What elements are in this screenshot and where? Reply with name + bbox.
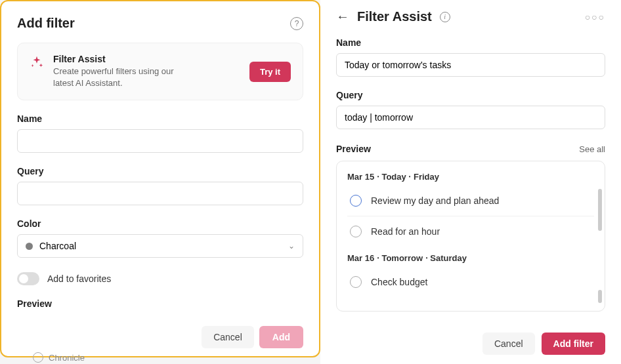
task-text: Check budget bbox=[371, 277, 427, 287]
favorites-toggle[interactable] bbox=[17, 272, 39, 285]
add-filter-dialog: Add filter ? Filter Assist Create powerf… bbox=[0, 0, 320, 357]
sparkle-icon bbox=[30, 55, 44, 70]
task-checkbox[interactable] bbox=[350, 195, 362, 207]
color-value: Charcoal bbox=[39, 241, 76, 251]
cancel-button[interactable]: Cancel bbox=[202, 326, 254, 348]
assist-title: Filter Assist bbox=[53, 54, 240, 64]
filter-assist-card: Filter Assist Create powerful filters us… bbox=[17, 43, 303, 100]
task-row[interactable]: Review my day and plan ahead bbox=[347, 186, 594, 216]
name-input[interactable] bbox=[336, 53, 605, 77]
scrollbar[interactable] bbox=[598, 189, 602, 231]
more-menu-icon[interactable]: ○○○ bbox=[585, 12, 605, 22]
add-button[interactable]: Add bbox=[259, 326, 303, 348]
task-row[interactable]: Read for an hour bbox=[347, 216, 594, 247]
task-row[interactable]: Check budget bbox=[347, 267, 594, 297]
chevron-down-icon: ⌄ bbox=[288, 241, 295, 251]
color-dot bbox=[26, 243, 33, 250]
try-it-button[interactable]: Try it bbox=[249, 62, 291, 82]
see-all-link[interactable]: See all bbox=[579, 144, 605, 154]
task-checkbox[interactable] bbox=[350, 276, 362, 288]
date-header: Mar 15 ‧ Today ‧ Friday bbox=[347, 172, 594, 182]
date-header: Mar 16 ‧ Tomorrow ‧ Saturday bbox=[347, 253, 594, 263]
query-input[interactable] bbox=[17, 182, 303, 205]
dialog-title: Add filter bbox=[17, 16, 75, 31]
add-filter-button[interactable]: Add filter bbox=[542, 333, 605, 355]
assist-desc: Create powerful filters using our latest… bbox=[53, 66, 191, 89]
panel-title: Filter Assist bbox=[357, 9, 432, 24]
info-icon[interactable]: i bbox=[440, 12, 450, 22]
preview-label: Preview bbox=[336, 144, 371, 154]
project-icon bbox=[33, 352, 43, 363]
query-input[interactable] bbox=[336, 106, 605, 129]
color-select[interactable]: Charcoal ⌄ bbox=[17, 234, 303, 258]
task-text: Read for an hour bbox=[371, 226, 440, 237]
preview-label: Preview bbox=[17, 298, 303, 309]
cancel-button[interactable]: Cancel bbox=[482, 333, 535, 355]
favorites-label: Add to favorites bbox=[47, 273, 111, 284]
name-label: Name bbox=[336, 37, 605, 48]
help-icon[interactable]: ? bbox=[290, 17, 303, 30]
task-checkbox[interactable] bbox=[350, 226, 362, 237]
scrollbar[interactable] bbox=[598, 290, 602, 303]
color-label: Color bbox=[17, 218, 303, 229]
back-arrow-icon[interactable]: ← bbox=[336, 9, 349, 24]
preview-box: Mar 15 ‧ Today ‧ Friday Review my day an… bbox=[336, 161, 605, 312]
name-label: Name bbox=[17, 113, 303, 124]
background-project: Chronicle bbox=[33, 352, 85, 363]
filter-assist-panel: ← Filter Assist i ○○○ Name Query Preview… bbox=[320, 0, 621, 364]
name-input[interactable] bbox=[17, 129, 303, 153]
query-label: Query bbox=[17, 166, 303, 176]
query-label: Query bbox=[336, 90, 605, 100]
task-text: Review my day and plan ahead bbox=[371, 195, 499, 206]
